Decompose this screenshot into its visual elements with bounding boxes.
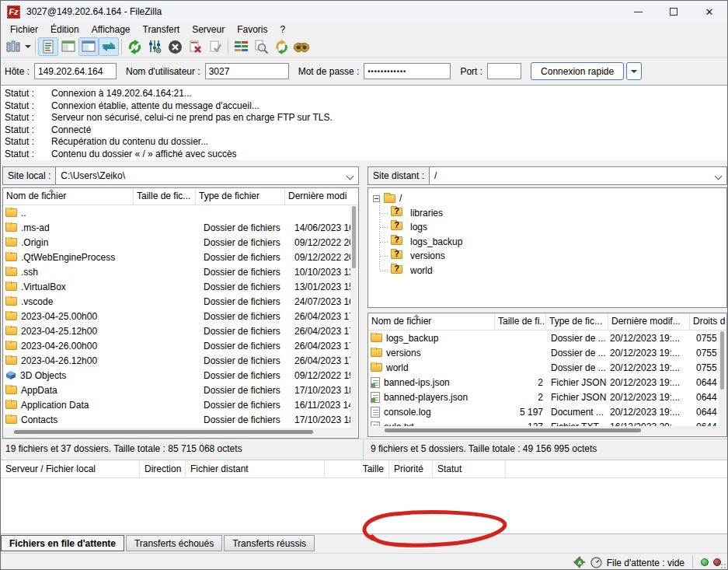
table-row[interactable]: ContactsDossier de fichiers17/10/2023 18…	[3, 412, 358, 427]
tree-item-libraries[interactable]: ?libraries	[368, 206, 726, 221]
table-row[interactable]: banned-players.json2Fichier JSON20/12/20…	[368, 390, 726, 404]
remote-status-text: 9 fichiers et 5 dossiers. Taille totale …	[371, 443, 597, 454]
column-header-date[interactable]: Dernière modif...	[608, 313, 690, 330]
vertical-scrollbar[interactable]	[350, 206, 357, 428]
collapse-icon[interactable]	[373, 195, 380, 202]
chevron-down-icon	[25, 45, 31, 48]
queue-col-size[interactable]: Taille	[325, 461, 389, 477]
directory-comparison-button[interactable]	[231, 37, 251, 56]
site-manager-button[interactable]	[3, 37, 23, 56]
reconnect-button[interactable]	[205, 37, 225, 56]
table-row[interactable]: .QtWebEngineProcessDossier de fichiers09…	[3, 250, 358, 264]
synchronized-browsing-button[interactable]	[271, 37, 291, 56]
menu-serveur[interactable]: Serveur	[186, 23, 231, 36]
table-row[interactable]: ..	[3, 205, 358, 220]
table-row[interactable]: .sshDossier de fichiers10/10/2023 13:	[3, 264, 358, 279]
table-row[interactable]: banned-ips.json2Fichier JSON20/12/2023 1…	[368, 375, 726, 390]
horizontal-scrollbar[interactable]	[4, 428, 357, 437]
process-queue-button[interactable]	[145, 37, 165, 56]
horizontal-scrollbar[interactable]	[369, 426, 726, 435]
queue-col-status[interactable]: Statut	[433, 461, 506, 477]
column-header-name[interactable]: Nom de fichier	[368, 313, 495, 330]
speed-limit-gauge-icon[interactable]	[590, 557, 602, 568]
scrollbar-thumb[interactable]	[352, 206, 356, 268]
column-header-date[interactable]: Dernière modi	[285, 188, 358, 205]
toggle-message-log-button[interactable]	[38, 37, 58, 56]
table-row[interactable]: .OriginDossier de fichiers09/12/2022 20:	[3, 235, 358, 250]
vertical-scrollbar[interactable]	[719, 331, 726, 426]
table-row[interactable]: Application DataDossier de fichiers16/11…	[3, 397, 358, 412]
menu-help[interactable]: ?	[274, 23, 292, 36]
table-row[interactable]: 2023-04-25.12h00Dossier de fichiers26/04…	[3, 323, 358, 338]
table-row[interactable]: .VirtualBoxDossier de fichiers13/01/2023…	[3, 279, 358, 294]
port-input[interactable]	[487, 63, 521, 79]
table-row[interactable]: 2023-04-25.00h00Dossier de fichiers26/04…	[3, 309, 358, 323]
table-row[interactable]: .ms-adDossier de fichiers14/06/2023 16:	[3, 220, 358, 235]
toggle-local-tree-button[interactable]	[58, 37, 78, 56]
queue-col-priority[interactable]: Priorité	[389, 461, 433, 477]
tree-item-logs-backup[interactable]: ?logs_backup	[368, 235, 726, 250]
file-search-button[interactable]	[251, 37, 271, 56]
cancel-button[interactable]	[165, 37, 185, 56]
remote-path-combo[interactable]: /	[429, 166, 727, 185]
password-input[interactable]	[364, 63, 451, 79]
column-header-name[interactable]: Nom de fichier	[3, 188, 134, 205]
menu-transfert[interactable]: Transfert	[137, 23, 186, 36]
table-row[interactable]: versionsDossier de ...20/12/2023 19:...0…	[368, 345, 726, 360]
tab-failed-transfers[interactable]: Transferts échoués	[126, 535, 222, 551]
username-input[interactable]	[205, 63, 289, 79]
table-row[interactable]: 2023-04-26.12h00Dossier de fichiers26/04…	[3, 353, 358, 368]
column-header-type[interactable]: Type de fic...	[546, 313, 608, 330]
column-header-type[interactable]: Type de fichier	[196, 188, 285, 205]
host-input[interactable]	[34, 63, 117, 79]
resize-grip[interactable]	[720, 563, 726, 569]
site-manager-dropdown[interactable]	[23, 37, 33, 56]
table-row[interactable]: logs_backupDossier de ...20/12/2023 19:.…	[368, 330, 726, 345]
maximize-button[interactable]	[656, 1, 691, 23]
tree-item-logs[interactable]: ?logs	[368, 220, 726, 235]
remote-directory-tree: / ?libraries ?logs ?logs_backup ?version…	[367, 187, 727, 308]
binoculars-icon	[294, 40, 309, 53]
tree-item-versions[interactable]: ?versions	[368, 249, 726, 264]
menu-edition[interactable]: Édition	[44, 23, 85, 36]
tree-item-world[interactable]: ?world	[368, 264, 726, 278]
minimize-button[interactable]	[620, 1, 656, 23]
queue-mode-gear-icon[interactable]: A	[573, 556, 586, 568]
menu-fichier[interactable]: Fichier	[4, 23, 44, 36]
scrollbar-thumb[interactable]	[14, 430, 313, 434]
local-path-combo[interactable]: C:\Users\Zeiko\	[55, 166, 359, 185]
table-row[interactable]: .vscodeDossier de fichiers24/07/2023 16:	[3, 294, 358, 309]
tab-queued-files[interactable]: Fichiers en file d'attente	[1, 535, 124, 551]
disconnect-button[interactable]	[185, 37, 205, 56]
quickconnect-button[interactable]: Connexion rapide	[531, 62, 624, 80]
toggle-transfer-queue-button[interactable]	[99, 37, 119, 56]
find-files-button[interactable]	[291, 37, 312, 56]
table-row-world[interactable]: worldDossier de ...20/12/2023 19:...0755	[368, 360, 726, 375]
title-bar: Fz 3027@149.202.64.164 - FileZilla ✕	[1, 1, 727, 23]
column-header-size[interactable]: Taille de fic...	[134, 188, 196, 205]
table-row[interactable]: AppDataDossier de fichiers17/10/2023 18:	[3, 383, 358, 397]
queue-col-remote[interactable]: Fichier distant	[186, 461, 325, 477]
queue-col-local[interactable]: Serveur / Fichier local	[1, 461, 140, 477]
table-row[interactable]: console.log5 197Document ...20/12/2023 1…	[368, 404, 726, 419]
toggle-remote-tree-button[interactable]	[78, 37, 99, 56]
table-row[interactable]: 2023-04-26.00h00Dossier de fichiers26/04…	[3, 338, 358, 353]
table-row[interactable]: 3D ObjectsDossier de fichiers09/12/2022 …	[3, 368, 358, 383]
file-name: 2023-04-25.12h00	[21, 326, 97, 337]
scrollbar-thumb[interactable]	[720, 331, 724, 390]
column-header-perms[interactable]: Droits d	[690, 313, 726, 330]
tree-label: /	[399, 193, 402, 204]
tab-successful-transfers[interactable]: Transferts réussis	[224, 535, 315, 551]
connection-secure-indicator-icon	[701, 558, 709, 566]
tree-item-root[interactable]: /	[368, 191, 726, 206]
refresh-button[interactable]	[124, 37, 145, 56]
close-button[interactable]: ✕	[691, 1, 727, 23]
queue-col-direction[interactable]: Direction	[140, 461, 186, 477]
log-status-label: Statut :	[1, 149, 51, 160]
quickconnect-dropdown[interactable]	[626, 62, 642, 80]
menu-favoris[interactable]: Favoris	[231, 23, 273, 36]
scrollbar-thumb[interactable]	[385, 428, 641, 432]
column-header-size[interactable]: Taille de fi...	[495, 313, 546, 330]
menu-affichage[interactable]: Affichage	[85, 23, 137, 36]
file-size: 5 197	[495, 407, 546, 418]
